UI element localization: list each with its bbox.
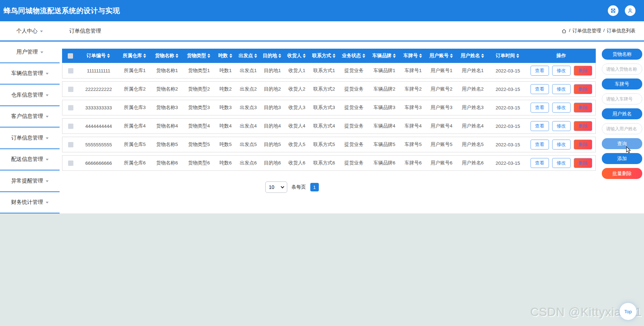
- sidebar-item-8[interactable]: 财务统计管理: [0, 192, 60, 214]
- view-button[interactable]: 查看: [531, 140, 549, 150]
- sidebar-item-6[interactable]: 配送信息管理: [0, 149, 60, 171]
- sort-icon[interactable]: [107, 54, 110, 58]
- sort-icon[interactable]: [207, 54, 210, 58]
- header-divider: [0, 40, 644, 42]
- breadcrumb-separator: /: [569, 28, 570, 34]
- fullscreen-button[interactable]: [608, 5, 618, 16]
- delete-button[interactable]: 删除: [574, 158, 592, 168]
- column-header-status[interactable]: 业务状态: [339, 53, 368, 59]
- select-all-checkbox[interactable]: [68, 53, 73, 59]
- cell-tonnage: 吨数4: [215, 123, 236, 129]
- column-header-brand[interactable]: 车辆品牌: [368, 53, 400, 59]
- cell-plate: 车牌号4: [400, 123, 426, 129]
- sidebar-item-1[interactable]: 用户管理: [0, 42, 60, 63]
- view-button[interactable]: 查看: [531, 158, 549, 168]
- table-body: 1111111111所属仓库1货物名称1货物类型1吨数1出发点1目的地1收货人1…: [62, 63, 596, 171]
- delete-button[interactable]: 删除: [574, 121, 592, 131]
- column-header-origin[interactable]: 出发点: [236, 53, 260, 59]
- page-root: 蜂鸟同城物流配送系统的设计与实现 个人中心 订单信息管理 /订单信息管理/订单信…: [0, 0, 644, 326]
- batch-delete-button[interactable]: 批量删除: [602, 168, 642, 179]
- sort-icon[interactable]: [143, 54, 146, 58]
- table-row: 4444444444所属仓库4货物名称4货物类型4吨数4出发点4目的地4收货人4…: [62, 118, 596, 134]
- delete-button[interactable]: 删除: [574, 103, 592, 113]
- column-header-tonnage[interactable]: 吨数: [215, 53, 236, 59]
- filter-label-3[interactable]: 用户姓名: [602, 108, 642, 119]
- cell-status: 提货业务: [339, 67, 369, 74]
- row-checkbox[interactable]: [68, 105, 73, 110]
- cell-warehouse: 所属仓库5: [118, 141, 151, 148]
- sidebar-item-label: 车辆信息管理: [11, 70, 43, 77]
- filter-input-3[interactable]: [602, 123, 642, 134]
- filter-label-1[interactable]: 货物名称: [602, 49, 642, 60]
- cell-account: 用户账号2: [426, 86, 457, 92]
- edit-button[interactable]: 修改: [552, 158, 571, 168]
- current-page-button[interactable]: 1: [310, 183, 319, 191]
- column-header-order_no[interactable]: 订单编号: [78, 53, 118, 59]
- back-to-top-button[interactable]: Top: [620, 303, 637, 320]
- filter-input-2[interactable]: [602, 93, 642, 104]
- column-header-name[interactable]: 用户姓名: [456, 53, 488, 59]
- sidebar-item-2[interactable]: 车辆信息管理: [0, 63, 60, 85]
- user-menu-dropdown[interactable]: 个人中心: [16, 21, 43, 40]
- view-button[interactable]: 查看: [531, 103, 549, 113]
- sort-icon[interactable]: [362, 54, 365, 58]
- row-checkbox[interactable]: [68, 87, 73, 92]
- edit-button[interactable]: 修改: [552, 121, 571, 131]
- column-label: 业务状态: [342, 53, 361, 59]
- sort-icon[interactable]: [303, 54, 306, 58]
- column-header-plate[interactable]: 车牌号: [400, 53, 426, 59]
- cell-cargo_name: 货物名称5: [151, 141, 183, 148]
- sort-icon[interactable]: [333, 54, 335, 58]
- filter-input-1[interactable]: [602, 64, 642, 75]
- filter-label-2[interactable]: 车牌号: [602, 78, 642, 89]
- breadcrumb-link[interactable]: 订单信息管理: [572, 28, 601, 34]
- edit-button[interactable]: 修改: [552, 140, 571, 150]
- column-header-receiver[interactable]: 收货人: [284, 53, 309, 59]
- edit-button[interactable]: 修改: [552, 66, 571, 76]
- user-avatar-button[interactable]: [625, 5, 635, 16]
- delete-button[interactable]: 删除: [574, 66, 592, 76]
- sort-icon[interactable]: [254, 54, 257, 58]
- delete-button[interactable]: 删除: [574, 84, 592, 94]
- breadcrumb-link[interactable]: 订单信息列表: [607, 28, 635, 34]
- sidebar-item-7[interactable]: 异常提醒管理: [0, 170, 60, 192]
- cell-contact: 联系方式2: [309, 86, 339, 92]
- column-header-destination[interactable]: 目的地: [260, 53, 284, 59]
- select-all-cell: [62, 53, 78, 59]
- sort-icon[interactable]: [419, 54, 422, 58]
- sort-icon[interactable]: [481, 54, 484, 58]
- row-checkbox[interactable]: [68, 142, 73, 147]
- sort-icon[interactable]: [176, 54, 178, 58]
- sidebar-item-4[interactable]: 客户信息管理: [0, 106, 60, 128]
- column-header-account[interactable]: 用户账号: [426, 53, 456, 59]
- cell-order_no: 6666666666: [79, 161, 118, 166]
- sort-icon[interactable]: [450, 54, 453, 58]
- row-checkbox[interactable]: [68, 161, 73, 166]
- column-header-cargo_name[interactable]: 货物名称: [151, 53, 183, 59]
- view-button[interactable]: 查看: [531, 66, 549, 76]
- column-header-warehouse[interactable]: 所属仓库: [118, 53, 151, 59]
- sort-icon[interactable]: [393, 54, 396, 58]
- add-button[interactable]: 添加: [602, 153, 642, 164]
- sort-icon[interactable]: [229, 54, 232, 58]
- home-icon[interactable]: [561, 28, 567, 34]
- row-checkbox[interactable]: [68, 124, 73, 129]
- sidebar-item-5[interactable]: 订单信息管理: [0, 127, 60, 149]
- edit-button[interactable]: 修改: [552, 103, 571, 113]
- sidebar-item-3[interactable]: 仓库信息管理: [0, 85, 60, 106]
- query-button[interactable]: 查询: [602, 138, 642, 149]
- chevron-down-icon: [40, 51, 43, 53]
- page-size-select[interactable]: 10: [265, 181, 287, 193]
- sort-icon[interactable]: [278, 54, 281, 58]
- column-header-contact[interactable]: 联系方式: [309, 53, 339, 59]
- column-label: 订单时间: [496, 53, 515, 59]
- row-checkbox[interactable]: [68, 68, 73, 74]
- view-button[interactable]: 查看: [531, 84, 549, 94]
- cell-time: 2022-03-15: [489, 105, 527, 110]
- column-header-time[interactable]: 订单时间: [488, 53, 527, 59]
- edit-button[interactable]: 修改: [552, 84, 571, 94]
- delete-button[interactable]: 删除: [574, 140, 592, 150]
- sort-icon[interactable]: [516, 54, 519, 58]
- column-header-cargo_type[interactable]: 货物类型: [183, 53, 215, 59]
- view-button[interactable]: 查看: [531, 121, 549, 131]
